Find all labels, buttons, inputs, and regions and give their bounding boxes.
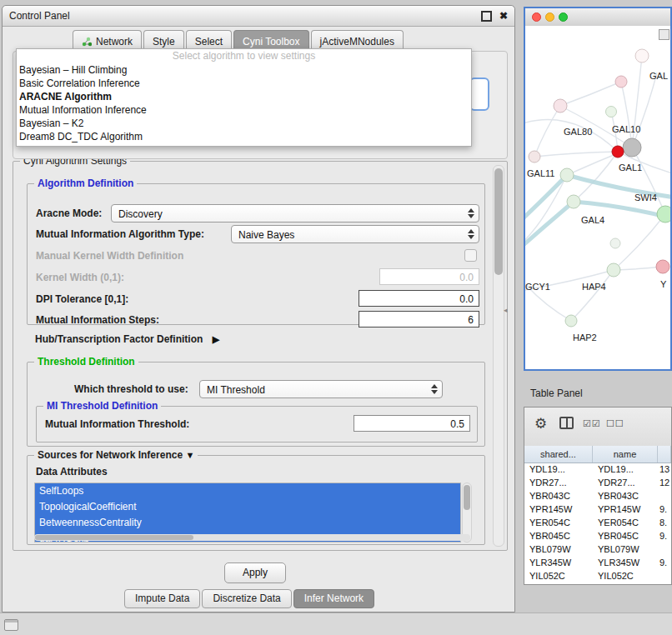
cell-shared-name: YPR145W (524, 502, 593, 516)
manual-kernel-checkbox[interactable] (464, 249, 477, 262)
table-row[interactable]: YBL079W YBL079W (524, 542, 671, 556)
network-node[interactable] (615, 76, 627, 88)
dropdown-item[interactable]: Basic Correlation Inference (17, 77, 471, 90)
table-row[interactable]: YDR27... YDR27... 12 (524, 476, 671, 489)
tab-cyni-toolbox[interactable]: Cyni Toolbox (233, 30, 308, 50)
column-header-name[interactable]: name (593, 446, 658, 462)
settings-scrollbar[interactable] (493, 165, 504, 547)
network-node[interactable] (529, 151, 540, 162)
tab-infer-network[interactable]: Infer Network (293, 589, 374, 608)
sources-title[interactable]: Sources for Network Inference ▼ (34, 449, 198, 461)
network-node[interactable] (610, 238, 620, 248)
apply-button[interactable]: Apply (224, 562, 286, 583)
dpi-tolerance-field[interactable]: 0.0 (359, 290, 479, 307)
network-node[interactable] (606, 107, 617, 118)
cell-shared-name: YBR045C (524, 529, 593, 542)
traffic-light-zoom-icon[interactable] (559, 12, 568, 22)
scrollbar-thumb[interactable] (464, 485, 470, 510)
cell-name: YIL052C (593, 569, 658, 582)
network-node[interactable] (656, 260, 669, 273)
dropdown-placeholder: Select algorithm to view settings (17, 49, 471, 63)
tab-label: jActiveMNodules (320, 36, 394, 48)
column-header-shared-name[interactable]: shared... (524, 446, 593, 462)
collapsed-arrow-icon: ▶ (213, 334, 219, 344)
table-row[interactable]: YPR145W YPR145W 9. (524, 502, 671, 516)
network-node[interactable] (635, 49, 649, 62)
sources-title-label: Sources for Network Inference (38, 449, 183, 461)
table-row[interactable]: YER054C YER054C 8. (524, 516, 671, 529)
list-hscrollbar[interactable] (34, 534, 470, 541)
algorithm-combo-fragment[interactable] (469, 78, 489, 111)
table-row[interactable]: YBR045C YBR045C 9. (524, 529, 671, 542)
traffic-light-minimize-icon[interactable] (545, 12, 554, 22)
network-node-gal4[interactable] (567, 195, 580, 208)
tab-jactivemnodules[interactable]: jActiveMNodules (311, 30, 404, 50)
network-node[interactable] (554, 99, 567, 112)
manual-kernel-label: Manual Kernel Width Definition (36, 250, 183, 262)
window-float-icon[interactable] (481, 11, 492, 22)
node-label-hap4: HAP4 (582, 282, 606, 292)
control-panel-titlebar[interactable]: Control Panel ✖ (3, 6, 514, 27)
panel-splitter-handle[interactable]: ◂ (504, 306, 508, 314)
data-attributes-label: Data Attributes (36, 466, 108, 478)
network-tab-icon (82, 37, 92, 47)
mi-steps-label: Mutual Information Steps: (36, 314, 159, 326)
table-row[interactable]: YDL19... YDL19... 13 (524, 462, 671, 476)
dropdown-item[interactable]: Dream8 DC_TDC Algorithm (17, 130, 471, 143)
tab-label: Network (96, 36, 133, 48)
threshold-definition-group: Threshold Definition Which threshold to … (27, 362, 485, 447)
table-columns-icon[interactable] (559, 417, 574, 429)
mi-steps-field[interactable]: 6 (359, 311, 479, 328)
node-label-gal4: GAL4 (581, 215, 604, 225)
checked-boxes-icon[interactable]: ☑☑ (583, 418, 601, 429)
cell-shared-name: YLR345W (524, 556, 593, 569)
tab-network[interactable]: Network (73, 30, 142, 50)
aracne-mode-combo[interactable]: Discovery (111, 204, 479, 222)
network-node[interactable] (657, 206, 670, 222)
gear-icon[interactable]: ⚙ (534, 415, 547, 432)
list-item[interactable]: TopologicalCoefficient (35, 499, 460, 515)
network-node-gal10[interactable] (623, 138, 641, 157)
tab-discretize-data[interactable]: Discretize Data (202, 589, 291, 608)
hub-section-toggle[interactable]: Hub/Transcription Factor Definition ▶ (35, 333, 219, 345)
cell-name: YPR145W (593, 502, 658, 516)
network-canvas[interactable]: GAL80 GAL10 GAL1 GAL11 SWI4 GAL4 GCY1 HA… (525, 26, 670, 369)
sources-group: Sources for Network Inference ▼ Data Att… (27, 455, 485, 545)
dropdown-item-selected[interactable]: ARACNE Algorithm (17, 90, 471, 103)
which-threshold-combo[interactable]: MI Threshold (199, 380, 443, 398)
scrollbar-thumb[interactable] (494, 168, 503, 275)
tab-style[interactable]: Style (143, 30, 184, 50)
tab-select[interactable]: Select (186, 30, 232, 50)
mi-threshold-field[interactable]: 0.5 (354, 415, 470, 432)
table-row[interactable]: YLR345W YLR345W 9. (524, 556, 671, 569)
network-node-selected-red[interactable] (612, 146, 624, 158)
network-node-hap2[interactable] (565, 315, 577, 327)
node-label-swi4: SWI4 (634, 192, 657, 202)
dropdown-item[interactable]: Bayesian – Hill Climbing (17, 63, 471, 77)
control-panel-window: Control Panel ✖ Network Style Select Cyn… (2, 5, 515, 612)
list-item[interactable]: BetweennessCentrality (35, 515, 460, 531)
list-item[interactable]: SelfLoops (35, 483, 460, 499)
table-row[interactable]: YIL052C YIL052C (524, 569, 671, 582)
tab-impute-data[interactable]: Impute Data (124, 589, 200, 608)
network-node-gal11[interactable] (560, 168, 574, 182)
network-node-hap4[interactable] (607, 263, 620, 277)
window-close-icon[interactable]: ✖ (499, 11, 508, 21)
cell-extra: 13 (658, 462, 671, 476)
traffic-light-close-icon[interactable] (532, 12, 541, 22)
cell-shared-name: YBL079W (524, 542, 593, 556)
cyni-algorithm-settings-group: Cyni Algorithm Settings Algorithm Defini… (13, 161, 508, 551)
cell-name: YER054C (593, 516, 658, 529)
dropdown-item[interactable]: Bayesian – K2 (17, 117, 471, 130)
docked-window-icon[interactable] (4, 619, 18, 631)
dropdown-item[interactable]: Mutual Information Inference (17, 103, 471, 117)
table-row[interactable]: YBR043C YBR043C (524, 489, 671, 502)
network-window-titlebar[interactable] (525, 8, 670, 27)
column-header-extra[interactable] (658, 446, 671, 462)
scrollbar-thumb[interactable] (35, 535, 193, 540)
canvas-corner-button[interactable] (659, 29, 669, 40)
kernel-width-field[interactable]: 0.0 (379, 268, 479, 285)
mi-type-combo[interactable]: Naive Bayes (231, 225, 479, 243)
network-node-labels: GAL80 GAL10 GAL1 GAL11 SWI4 GAL4 GCY1 HA… (525, 71, 668, 342)
unchecked-boxes-icon[interactable]: ☐☐ (606, 418, 624, 429)
